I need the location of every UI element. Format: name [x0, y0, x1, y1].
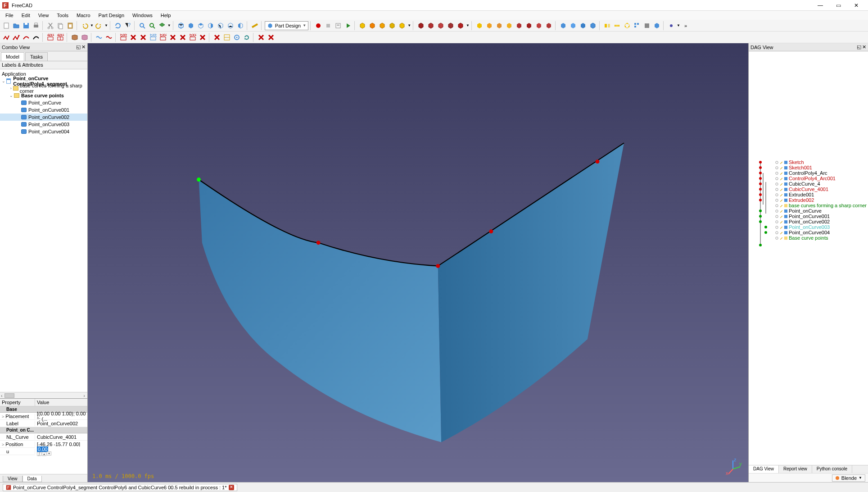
left-icon[interactable]	[236, 21, 245, 30]
drawstyle-dropdown-icon[interactable]: ▼	[167, 23, 171, 27]
dag-item-ControlPoly4_Arc[interactable]: ControlPoly4_Arc	[775, 170, 868, 176]
workbench-selector[interactable]: Part Design ▼	[265, 21, 308, 30]
close-button[interactable]: ✕	[850, 2, 863, 9]
grid44b-icon[interactable]: 4x4	[56, 33, 65, 42]
tab-dagview[interactable]: DAG View	[749, 465, 779, 473]
maximize-button[interactable]: ▭	[832, 2, 845, 9]
part-cyl-icon[interactable]	[368, 21, 377, 30]
expand-icon[interactable]: ⌄	[2, 79, 5, 83]
grid6x4b-icon[interactable]: 6x4	[188, 33, 197, 42]
measure-icon[interactable]	[250, 21, 259, 30]
dag-body[interactable]: SketchSketch001ControlPoly4_ArcControlPo…	[749, 51, 868, 465]
macro-run-icon[interactable]	[344, 21, 353, 30]
tree-item-Point_onCurve001[interactable]: Point_onCurve001	[0, 106, 87, 114]
tab-reportview[interactable]: Report view	[779, 465, 812, 473]
sub-box-icon[interactable]	[416, 21, 425, 30]
right-icon[interactable]	[206, 21, 215, 30]
zoom-sel-icon[interactable]	[148, 21, 157, 30]
scroll-left-icon[interactable]: ‹	[0, 393, 4, 398]
surf1-icon[interactable]	[70, 33, 79, 42]
sub-sph-icon[interactable]	[436, 21, 445, 30]
mirror-icon[interactable]	[603, 21, 612, 30]
expand-icon[interactable]: ›	[9, 86, 13, 91]
dag-item-Point_onCurve001[interactable]: Point_onCurve001	[775, 214, 868, 219]
wave2-icon[interactable]	[104, 33, 113, 42]
tab-tasks[interactable]: Tasks	[25, 52, 48, 61]
tree-item-Point_onCurve004[interactable]: Point_onCurve004	[0, 128, 87, 135]
copy-icon[interactable]	[56, 21, 65, 30]
sub-tor-icon[interactable]	[456, 21, 465, 30]
menu-help[interactable]: Help	[157, 12, 175, 19]
tree-hscroll[interactable]: ‹ ›	[0, 392, 87, 398]
dag-item-Point_onCurve003[interactable]: Point_onCurve003	[775, 224, 868, 230]
grid66-icon[interactable]: 6x6	[119, 33, 128, 42]
sweep-icon[interactable]	[505, 21, 514, 30]
part-dropdown-icon[interactable]: ▼	[407, 23, 411, 27]
close-doc-icon[interactable]: ✕	[229, 485, 234, 490]
property-body[interactable]: Base > Placement[(0.00 0.00 1.00); 0.00 …	[0, 406, 87, 474]
x6-icon[interactable]	[212, 33, 222, 42]
prop-row-u[interactable]: u0.00⨍▴▾	[0, 448, 87, 455]
cut-icon[interactable]	[46, 21, 55, 30]
expand-icon[interactable]: ⌄	[9, 93, 14, 98]
macro-record-icon[interactable]	[314, 21, 323, 30]
drawstyle-icon[interactable]	[158, 21, 167, 30]
save-icon[interactable]	[22, 21, 31, 30]
tree-item-Point_onCurve002[interactable]: Point_onCurve002	[0, 114, 87, 121]
poly2-icon[interactable]	[12, 33, 21, 42]
macro-stop-icon[interactable]	[324, 21, 333, 30]
dag-item-Extrude001[interactable]: Extrude001	[775, 192, 868, 197]
pad-icon[interactable]	[475, 21, 484, 30]
part-sph-icon[interactable]	[378, 21, 387, 30]
dag-item-Base-curve-points[interactable]: Base curve points	[775, 235, 868, 241]
new-icon[interactable]	[2, 21, 11, 30]
scroll-right-icon[interactable]: ›	[81, 393, 87, 398]
sub-dropdown-icon[interactable]: ▼	[466, 23, 470, 27]
fx-icon[interactable]: ⨍	[37, 452, 41, 456]
reload-icon[interactable]	[242, 33, 251, 42]
x8-icon[interactable]	[267, 33, 276, 42]
document-tab[interactable]: F Point_onCurve ControlPoly4_segment Con…	[3, 484, 237, 491]
scroll-thumb[interactable]	[5, 393, 14, 398]
panel-float-icon[interactable]: ◱	[857, 44, 861, 50]
point-icon[interactable]	[232, 33, 241, 42]
seg-icon[interactable]	[222, 33, 231, 42]
paste-icon[interactable]	[66, 21, 75, 30]
tree-item-Point_onCurve003[interactable]: Point_onCurve003	[0, 121, 87, 128]
tab-data[interactable]: Data	[23, 476, 42, 482]
fillet-icon[interactable]	[559, 21, 568, 30]
spin-down-icon[interactable]: ▾	[47, 451, 51, 456]
multi-icon[interactable]	[633, 21, 642, 30]
zoom-all-icon[interactable]	[138, 21, 147, 30]
dag-item-Extrude002[interactable]: Extrude002	[775, 197, 868, 203]
tab-view[interactable]: View	[3, 476, 23, 482]
menu-file[interactable]: File	[2, 12, 17, 19]
undo-dropdown-icon[interactable]: ▼	[90, 23, 94, 27]
prop-row-Placement[interactable]: > Placement[(0.00 0.00 1.00); 0.00 °; (.…	[0, 413, 87, 420]
grid6x4-icon[interactable]: 6x4	[158, 33, 167, 42]
dag-item-CubicCurve_4[interactable]: CubicCurve_4	[775, 181, 868, 187]
linpat-icon[interactable]	[613, 21, 622, 30]
macro-list-icon[interactable]	[334, 21, 343, 30]
menu-edit[interactable]: Edit	[18, 12, 34, 19]
menu-macro[interactable]: Macro	[73, 12, 94, 19]
x4-icon[interactable]	[178, 33, 187, 42]
menu-partdesign[interactable]: Part Design	[95, 12, 128, 19]
dag-item-Sketch[interactable]: Sketch	[775, 159, 868, 165]
undo-icon[interactable]	[80, 21, 89, 30]
panel-float-icon[interactable]: ◱	[76, 44, 81, 50]
sub-cone-icon[interactable]	[446, 21, 455, 30]
dag-item-Point_onCurve002[interactable]: Point_onCurve002	[775, 219, 868, 224]
open-icon[interactable]	[12, 21, 21, 30]
print-icon[interactable]	[32, 21, 41, 30]
grid6x6b-icon[interactable]: 6x6	[149, 33, 158, 42]
tree-view[interactable]: Application ⌄ Point_onCurve ControlPoly4…	[0, 69, 87, 392]
sub-cyl-icon[interactable]	[426, 21, 435, 30]
whatsthis-icon[interactable]: ?	[123, 21, 132, 30]
menu-windows[interactable]: Windows	[129, 12, 156, 19]
3d-viewport[interactable]: 1.0 ms / 1000.0 fps z y x	[88, 43, 748, 482]
minimize-button[interactable]: —	[814, 2, 827, 9]
pocket-icon[interactable]	[515, 21, 524, 30]
rev-icon[interactable]	[485, 21, 494, 30]
tree-group1[interactable]: › base curves forming a sharp corner	[0, 85, 87, 92]
